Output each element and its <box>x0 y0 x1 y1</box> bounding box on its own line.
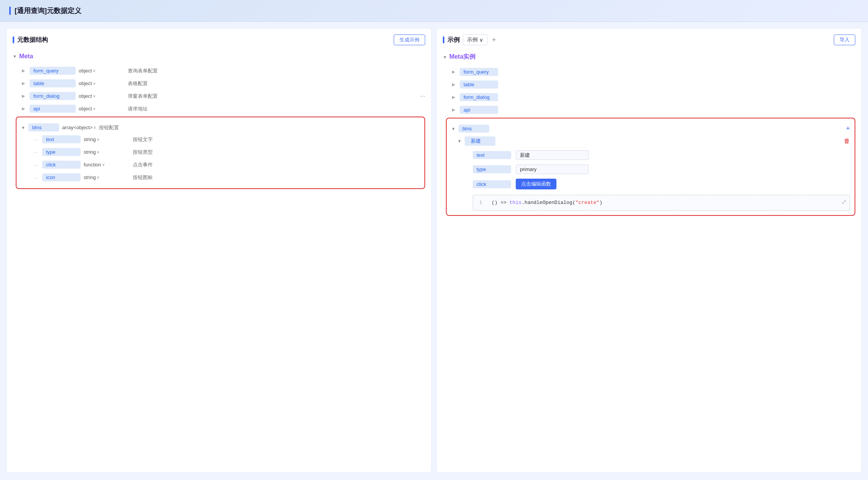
code-part-method: .handleOpenDialog( <box>521 200 575 205</box>
dash-click: — <box>33 163 38 167</box>
new-item-name: 新建 <box>465 136 495 146</box>
right-tree-row-form-query: ▶ form_query <box>443 66 855 78</box>
code-content: () => this.handleOpenDialog("create") <box>492 200 602 205</box>
right-expand-api[interactable]: ▶ <box>452 107 457 112</box>
generate-example-button[interactable]: 生成示例 <box>394 35 425 45</box>
btns-child-type: — type string ∨ 按钮类型 <box>21 146 420 158</box>
field-name-table: table <box>30 79 76 87</box>
type-value-input[interactable] <box>516 164 589 174</box>
field-desc-click: 点击事件 <box>133 161 153 168</box>
field-name-form-dialog: form_dialog <box>30 92 76 100</box>
right-tree-row-api: ▶ api <box>443 104 855 116</box>
field-type-type: string ∨ <box>84 149 130 155</box>
meta-instance-label: ▼ Meta实例 <box>443 53 855 61</box>
field-desc-type: 按钮类型 <box>133 149 153 156</box>
left-panel: 元数据结构 生成示例 ▼ Meta ▶ form_query object ∨ … <box>6 28 432 473</box>
code-part-close: ) <box>599 200 602 205</box>
code-line-number: 1 <box>479 200 485 205</box>
right-btns-chevron[interactable]: ▼ <box>451 127 455 131</box>
right-panel: 示例 示例 ∨ + 导入 ▼ Meta实例 ▶ form_query <box>436 28 862 473</box>
expand-form-query[interactable]: ▶ <box>22 68 26 73</box>
btns-section-highlighted: ▼ btns array<object> ∨ 按钮配置 — text strin… <box>16 117 425 189</box>
right-btns-section-highlighted: ▼ btns + ▼ 新建 🗑 text type cli <box>446 118 855 216</box>
left-title-bar <box>13 36 14 43</box>
btns-header-row: ▼ btns array<object> ∨ 按钮配置 <box>21 122 420 133</box>
right-text-field-row: text <box>451 148 850 162</box>
btns-field-name: btns <box>28 123 59 132</box>
field-type-form-dialog: object ∨ <box>79 93 125 99</box>
field-desc-text: 按钮文字 <box>133 136 153 143</box>
expand-form-dialog[interactable]: ▶ <box>22 94 26 99</box>
field-type-text: string ∨ <box>84 136 130 142</box>
btns-desc: 按钮配置 <box>99 124 119 131</box>
field-name-click: click <box>42 161 81 169</box>
meta-chevron[interactable]: ▼ <box>13 54 17 59</box>
new-item-row: ▼ 新建 🗑 <box>451 134 850 148</box>
header-accent-bar <box>9 7 11 15</box>
right-field-name-form-dialog: form_dialog <box>460 93 498 101</box>
dash-icon: — <box>33 175 38 180</box>
right-field-name-form-query: form_query <box>460 68 498 76</box>
right-expand-form-dialog[interactable]: ▶ <box>452 95 457 100</box>
left-title-group: 元数据结构 <box>13 36 48 44</box>
new-item-chevron[interactable]: ▼ <box>457 139 462 143</box>
btns-child-click: — click function ∨ 点击事件 <box>21 158 420 171</box>
field-name-icon: icon <box>42 173 81 181</box>
btns-type: array<object> ∨ <box>62 125 96 130</box>
meta-instance-title: Meta实例 <box>449 53 475 61</box>
field-name-form-query: form_query <box>30 67 76 75</box>
right-btns-field-name: btns <box>459 125 489 133</box>
page-title: [通用查询]元数据定义 <box>15 6 81 15</box>
add-btn-item-button[interactable]: + <box>846 125 850 133</box>
right-title-bar <box>443 36 444 43</box>
field-type-form-query: object ∨ <box>79 68 125 74</box>
page-header: [通用查询]元数据定义 <box>0 0 868 22</box>
meta-title: Meta <box>19 53 33 60</box>
expand-code-button[interactable]: ⤢ <box>842 198 847 206</box>
tree-row-form-dialog: ▶ form_dialog object ∨ 弹窗表单配置 ··· <box>13 90 425 102</box>
right-field-name-api: api <box>460 106 498 114</box>
right-panel-title: 示例 <box>447 36 460 44</box>
import-button[interactable]: 导入 <box>834 35 855 45</box>
field-desc-icon: 按钮图标 <box>133 174 153 181</box>
add-example-button[interactable]: + <box>490 36 498 44</box>
right-tree-row-table: ▶ table <box>443 78 855 91</box>
dash-type: — <box>33 150 38 155</box>
expand-table[interactable]: ▶ <box>22 81 26 86</box>
field-type-api: object ∨ <box>79 106 125 112</box>
field-desc-form-query: 查询表单配置 <box>128 67 158 74</box>
dropdown-chevron-icon: ∨ <box>479 37 483 43</box>
example-dropdown-label: 示例 <box>467 36 478 43</box>
example-dropdown[interactable]: 示例 ∨ <box>463 35 487 45</box>
dash-text: — <box>33 137 38 142</box>
left-panel-title: 元数据结构 <box>17 36 48 44</box>
right-panel-header: 示例 示例 ∨ + 导入 <box>443 35 855 45</box>
right-field-text: text <box>473 151 511 159</box>
btns-child-icon: — icon string ∨ 按钮图标 <box>21 171 420 184</box>
field-desc-table: 表格配置 <box>128 80 148 87</box>
meta-instance-chevron[interactable]: ▼ <box>443 55 447 59</box>
btns-chevron[interactable]: ▼ <box>21 125 25 130</box>
right-expand-table[interactable]: ▶ <box>452 82 457 87</box>
edit-function-button[interactable]: 点击编辑函数 <box>516 179 556 189</box>
field-type-click: function ∨ <box>84 162 130 168</box>
code-part-arg: "create" <box>575 200 599 205</box>
code-part-arrow: () => <box>492 200 510 205</box>
right-btns-header: ▼ btns + <box>451 123 850 134</box>
tree-row-form-query: ▶ form_query object ∨ 查询表单配置 <box>13 64 425 77</box>
field-desc-api: 请求地址 <box>128 105 148 112</box>
example-selector: 示例 ∨ + <box>463 35 498 45</box>
field-desc-form-dialog: 弹窗表单配置 <box>128 93 158 100</box>
field-type-icon: string ∨ <box>84 174 130 180</box>
expand-api[interactable]: ▶ <box>22 106 26 111</box>
text-value-input[interactable] <box>516 150 589 160</box>
code-part-this: this <box>510 200 521 205</box>
right-click-field-row: click 点击编辑函数 <box>451 176 850 192</box>
more-button-form-dialog[interactable]: ··· <box>420 93 425 100</box>
right-tree-row-form-dialog: ▶ form_dialog <box>443 91 855 104</box>
right-field-name-table: table <box>460 81 498 89</box>
right-title-group: 示例 示例 ∨ + <box>443 35 498 45</box>
field-name-text: text <box>42 135 81 143</box>
right-expand-form-query[interactable]: ▶ <box>452 69 457 74</box>
delete-item-button[interactable]: 🗑 <box>844 138 850 145</box>
